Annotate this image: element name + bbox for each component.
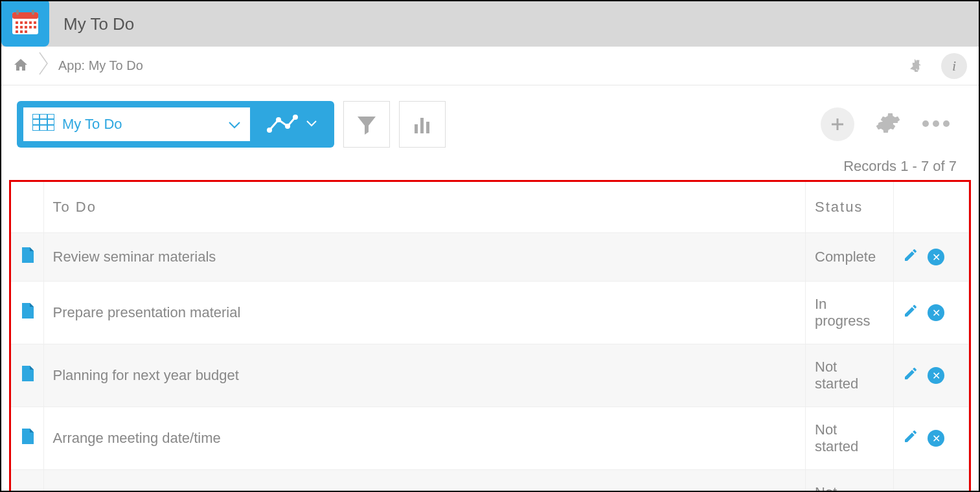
column-header-status[interactable]: Status: [806, 182, 894, 233]
cell-todo[interactable]: Recruit seminar attendees: [43, 470, 806, 493]
close-icon: ✕: [932, 370, 940, 382]
cell-status[interactable]: Not started: [806, 344, 894, 407]
cell-todo[interactable]: Prepare presentation material: [43, 282, 806, 344]
plus-icon: [829, 116, 846, 133]
page-title: My To Do: [63, 14, 134, 34]
svg-rect-2: [16, 10, 19, 15]
column-header-actions: [894, 182, 969, 233]
svg-point-32: [943, 120, 950, 127]
table-row: Review seminar materialsComplete✕: [11, 233, 969, 282]
row-doc-icon[interactable]: [11, 233, 43, 282]
cell-actions: ✕: [894, 233, 969, 282]
document-icon: [21, 306, 34, 322]
delete-button[interactable]: ✕: [928, 304, 944, 321]
graph-dropdown[interactable]: [255, 107, 328, 141]
svg-point-30: [922, 120, 929, 127]
svg-rect-29: [426, 122, 429, 133]
breadcrumb-bar: App: My To Do i: [1, 47, 979, 85]
graph-icon: [266, 113, 298, 135]
svg-rect-12: [29, 26, 32, 28]
chevron-down-icon: [228, 116, 241, 133]
svg-rect-17: [917, 65, 918, 71]
close-icon: ✕: [932, 251, 940, 263]
breadcrumb-text: App: My To Do: [58, 58, 143, 73]
delete-button[interactable]: ✕: [928, 430, 944, 447]
table-row: Recruit seminar attendeesNot started✕: [11, 470, 969, 493]
add-record-button[interactable]: [821, 107, 854, 141]
edit-button[interactable]: [903, 303, 918, 322]
view-selector-group: My To Do: [17, 101, 334, 148]
svg-rect-6: [25, 21, 27, 24]
bar-chart-icon: [411, 113, 434, 136]
delete-button[interactable]: ✕: [928, 249, 944, 265]
svg-rect-14: [16, 30, 18, 33]
toolbar: My To Do: [1, 85, 979, 158]
table-row: Prepare presentation materialIn progress…: [11, 282, 969, 344]
svg-rect-9: [16, 26, 18, 28]
cell-actions: ✕: [894, 344, 969, 407]
cell-status[interactable]: Not started: [806, 470, 894, 493]
cell-todo[interactable]: Planning for next year budget: [43, 344, 806, 407]
app-icon: [1, 0, 49, 47]
svg-point-31: [933, 120, 939, 127]
cell-todo[interactable]: Review seminar materials: [43, 233, 806, 282]
gear-icon: [875, 110, 901, 136]
row-doc-icon[interactable]: [11, 407, 43, 470]
edit-button[interactable]: [903, 366, 918, 385]
more-button[interactable]: [922, 118, 950, 130]
view-dropdown[interactable]: My To Do: [23, 107, 250, 141]
edit-button[interactable]: [903, 247, 918, 267]
svg-rect-15: [20, 30, 23, 33]
document-icon: [21, 368, 34, 385]
funnel-icon: [354, 111, 380, 137]
close-icon: ✕: [932, 307, 940, 319]
app-header: My To Do: [1, 1, 979, 47]
svg-rect-28: [420, 118, 424, 133]
ellipsis-icon: [922, 120, 950, 128]
svg-rect-8: [34, 21, 36, 24]
column-header-icon: [11, 182, 43, 233]
cell-actions: ✕: [894, 470, 969, 493]
svg-rect-3: [32, 10, 34, 15]
records-table: To Do Status Review seminar materialsCom…: [11, 182, 969, 492]
table-row: Arrange meeting date/timeNot started✕: [11, 407, 969, 470]
cell-todo[interactable]: Arrange meeting date/time: [43, 407, 806, 470]
filter-button[interactable]: [343, 101, 390, 148]
table-row: Planning for next year budgetNot started…: [11, 344, 969, 407]
row-doc-icon[interactable]: [11, 344, 43, 407]
settings-button[interactable]: [875, 110, 901, 139]
records-table-highlight: To Do Status Review seminar materialsCom…: [9, 180, 971, 492]
svg-rect-10: [20, 26, 23, 28]
home-icon[interactable]: [13, 57, 28, 75]
chart-button[interactable]: [399, 101, 446, 148]
pin-icon[interactable]: [907, 58, 924, 74]
column-header-todo[interactable]: To Do: [43, 182, 806, 233]
delete-button[interactable]: ✕: [928, 367, 944, 384]
records-count: Records 1 - 7 of 7: [1, 158, 979, 175]
close-icon: ✕: [932, 432, 940, 445]
row-doc-icon[interactable]: [11, 470, 43, 493]
info-icon[interactable]: i: [941, 53, 967, 79]
cell-actions: ✕: [894, 407, 969, 470]
chevron-down-icon: [306, 118, 317, 130]
cell-status[interactable]: In progress: [806, 282, 894, 344]
view-dropdown-label: My To Do: [62, 116, 122, 133]
svg-rect-16: [25, 30, 27, 33]
document-icon: [21, 431, 34, 447]
cell-status[interactable]: Complete: [806, 233, 894, 282]
row-doc-icon[interactable]: [11, 282, 43, 344]
breadcrumb-separator: [39, 52, 48, 80]
svg-rect-11: [25, 26, 27, 28]
calendar-icon: [10, 7, 41, 38]
svg-rect-5: [20, 21, 23, 24]
table-icon: [32, 114, 54, 135]
svg-rect-4: [16, 21, 18, 24]
cell-actions: ✕: [894, 282, 969, 344]
svg-rect-18: [32, 114, 54, 131]
svg-rect-13: [34, 26, 36, 28]
svg-rect-7: [29, 21, 32, 24]
cell-status[interactable]: Not started: [806, 407, 894, 470]
svg-rect-27: [415, 124, 418, 133]
document-icon: [21, 250, 34, 266]
edit-button[interactable]: [903, 429, 918, 448]
